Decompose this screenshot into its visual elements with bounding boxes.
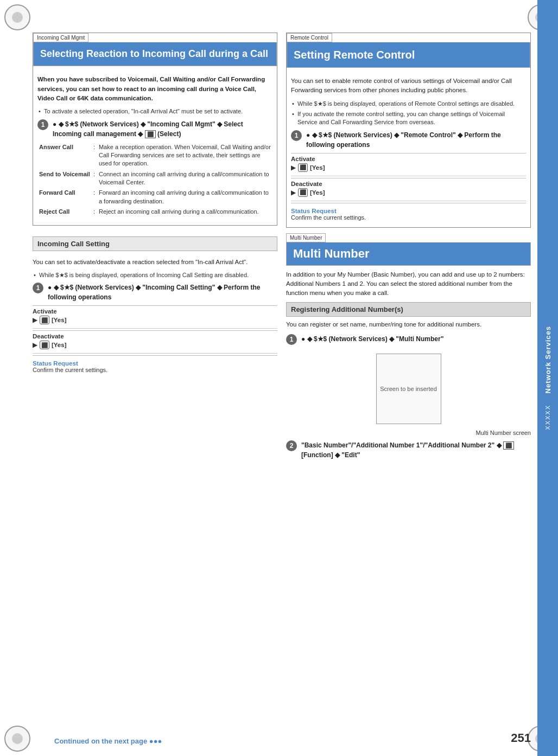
intro-bold-text: When you have subscribed to Voicemail, C… [37, 75, 272, 103]
deactivate-icon: ⬛ [40, 341, 49, 349]
multi-intro: In addition to your My Number (Basic Num… [286, 270, 531, 298]
reg-additional-desc: You can register or set name, number/rin… [286, 320, 531, 329]
reg-step-2-content: "Basic Number"/"Additional Number 1"/"Ad… [301, 440, 531, 460]
reg-step-number-2: 2 [286, 440, 297, 451]
right-column: Remote Control Setting Remote Control Yo… [286, 33, 531, 729]
remote-intro: You can set to enable remote control of … [291, 76, 526, 95]
reg-step-2-row: 2 "Basic Number"/"Additional Number 1"/"… [286, 440, 531, 460]
right-sidebar: Network Services XXXXX [537, 0, 558, 756]
remote-step-number-1: 1 [291, 130, 302, 141]
main-content: Incoming Call Mgmt Selecting Reaction to… [33, 33, 531, 729]
deactivate-section: Deactivate ▶ ⬛ [Yes] [33, 330, 277, 351]
deactivate-arrow: ▶ [33, 341, 37, 349]
remote-deactivate-icon: ⬛ [298, 188, 308, 197]
option-answer-call: Answer Call : Make a reception operation… [37, 142, 272, 169]
remote-deactivate-arrow: ▶ [291, 189, 296, 196]
incoming-setting-intro: You can set to activate/deactivate a rea… [33, 258, 277, 267]
remote-step-1-row: 1 ● ◆ $★$ (Network Services) ◆ "Remote C… [291, 130, 526, 150]
step-1-row: 1 ● ◆ $★$ (Network Services) ◆ "Incoming… [37, 119, 272, 139]
screen-placeholder: Screen to be inserted [376, 354, 441, 424]
remote-deactivate-title: Deactivate [291, 181, 526, 187]
remote-deactivate-section: Deactivate ▶ ⬛ [Yes] [291, 178, 526, 199]
incoming-setting-label: Incoming Call Setting [33, 236, 277, 251]
reg-additional-label: Registering Additional Number(s) [286, 302, 531, 317]
multi-number-label: Multi Number [286, 233, 326, 242]
corner-decoration-bl [4, 726, 30, 752]
activate-title: Activate [33, 308, 277, 315]
remote-bullet-1: While $★$ is being displayed, operations… [297, 100, 526, 108]
step-2-row: 1 ● ◆ $★$ (Network Services) ◆ "Incoming… [33, 283, 277, 302]
bullet-1: To activate a selected operation, "In-ca… [44, 107, 272, 116]
options-table: Answer Call : Make a reception operation… [37, 142, 272, 217]
corner-decoration-tl [4, 4, 30, 30]
incoming-bullet-1: While $★$ is being displayed, operations… [39, 271, 277, 279]
step-2-content: ● ◆ $★$ (Network Services) ◆ "Incoming C… [48, 283, 277, 302]
incoming-call-mgmt-section: Incoming Call Mgmt Selecting Reaction to… [33, 33, 277, 226]
multi-number-screen-caption: Multi Number screen [476, 430, 531, 436]
reg-step-1-row: 1 ● ◆ $★$ (Network Services) ◆ "Multi Nu… [286, 334, 531, 345]
continued-text: Continued on the next page ●●● [54, 737, 162, 745]
sidebar-network-services: Network Services [544, 326, 552, 393]
remote-activate-yes: [Yes] [310, 164, 325, 171]
step-number-2: 1 [33, 283, 43, 293]
remote-control-section: Remote Control Setting Remote Control Yo… [286, 33, 531, 228]
remote-inner: You can set to enable remote control of … [287, 68, 530, 227]
reg-step-number-1: 1 [286, 334, 297, 345]
remote-activate-arrow: ▶ [291, 164, 296, 171]
status-request-title-left: Status Request [33, 360, 277, 367]
remote-activate-icon: ⬛ [298, 163, 308, 172]
status-request-section-right: Status Request Confirm the current setti… [291, 203, 526, 223]
deactivate-title: Deactivate [33, 333, 277, 339]
option-send-voicemail: Send to Voicemail : Connect an incoming … [37, 169, 272, 188]
step-number-1: 1 [37, 119, 48, 130]
option-reject-call: Reject Call : Reject an incoming call ar… [37, 207, 272, 217]
activate-yes: [Yes] [52, 317, 67, 323]
sidebar-xxxxx: XXXXX [544, 405, 551, 430]
status-request-desc-left: Confirm the current settings. [33, 367, 277, 373]
remote-activate-row: ▶ ⬛ [Yes] [291, 163, 526, 172]
incoming-call-mgmt-label: Incoming Call Mgmt [33, 33, 88, 42]
activate-row: ▶ ⬛ [Yes] [33, 316, 277, 324]
multi-number-header: Multi Number [286, 242, 531, 266]
incoming-call-setting-section: Incoming Call Setting You can set to act… [33, 231, 277, 378]
activate-arrow: ▶ [33, 316, 37, 324]
screen-placeholder-area: Screen to be inserted Multi Number scree… [286, 349, 531, 436]
option-forward-call: Forward Call : Forward an incoming call … [37, 188, 272, 207]
multi-number-section: Multi Number Multi Number In addition to… [286, 233, 531, 463]
remote-deactivate-yes: [Yes] [310, 189, 325, 196]
remote-bullet-2: If you activate the remote control setti… [297, 110, 526, 127]
status-request-title-right: Status Request [291, 208, 526, 214]
status-request-desc-right: Confirm the current settings. [291, 214, 526, 221]
deactivate-yes: [Yes] [52, 342, 67, 348]
incoming-call-header: Selecting Reaction to Incoming Call duri… [33, 42, 277, 66]
remote-deactivate-row: ▶ ⬛ [Yes] [291, 188, 526, 197]
deactivate-row: ▶ ⬛ [Yes] [33, 341, 277, 349]
page-number: 251 [511, 731, 531, 745]
remote-activate-section: Activate ▶ ⬛ [Yes] [291, 153, 526, 174]
step-1-content: ● ◆ $★$ (Network Services) ◆ "Incoming C… [53, 119, 272, 139]
left-column: Incoming Call Mgmt Selecting Reaction to… [33, 33, 277, 729]
activate-section: Activate ▶ ⬛ [Yes] [33, 305, 277, 326]
activate-icon: ⬛ [40, 316, 49, 324]
remote-activate-title: Activate [291, 156, 526, 162]
status-request-section-left: Status Request Confirm the current setti… [33, 355, 277, 375]
reg-step-1-content: ● ◆ $★$ (Network Services) ◆ "Multi Numb… [301, 334, 531, 344]
remote-step-1-content: ● ◆ $★$ (Network Services) ◆ "Remote Con… [306, 130, 526, 150]
remote-control-header: Setting Remote Control [287, 42, 530, 68]
remote-control-label: Remote Control [287, 33, 332, 42]
screen-to-be-inserted-text: Screen to be inserted [380, 386, 437, 392]
